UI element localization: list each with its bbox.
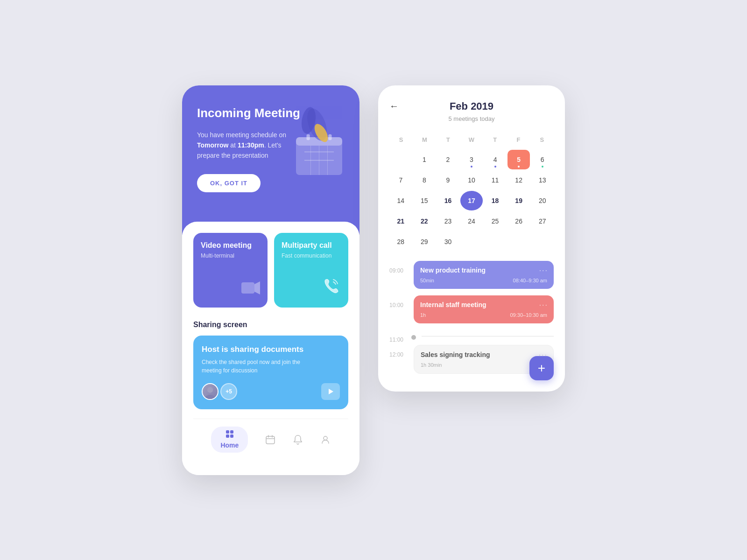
event-3-name: Sales signing tracking xyxy=(421,351,547,358)
event-1-time: 08:40–9:30 am xyxy=(513,278,547,283)
time-label-1000: 10:00 xyxy=(389,295,408,308)
profile-icon xyxy=(320,434,331,445)
multiparty-sub: Fast communication xyxy=(282,252,341,259)
cal-day-empty2 xyxy=(460,232,483,252)
phone-body: Video meeting Multi-terminal Multiparty … xyxy=(182,222,359,475)
cal-day-16[interactable]: 16 xyxy=(437,191,459,210)
desc-text1: You have meeting schedule on xyxy=(197,131,286,139)
event-new-product-training[interactable]: ··· New product training 50min 08:40–9:3… xyxy=(414,261,554,289)
multiparty-call-card[interactable]: Multiparty call Fast communication xyxy=(274,233,348,308)
calendar-grid: 1 2 3 4 5 6 7 8 9 10 11 12 13 14 15 16 1… xyxy=(389,150,554,252)
cal-day-15[interactable]: 15 xyxy=(413,191,436,210)
nav-notifications[interactable] xyxy=(293,434,303,445)
sharing-section: Sharing screen Host is sharing documents… xyxy=(193,321,348,409)
nav-profile[interactable] xyxy=(320,434,331,445)
event-2-time: 09:30–10:30 am xyxy=(510,312,547,318)
cal-day-3[interactable]: 3 xyxy=(460,150,483,169)
cal-day-2[interactable]: 2 xyxy=(437,150,459,169)
cal-day-18[interactable]: 18 xyxy=(484,191,507,210)
cal-day-29[interactable]: 29 xyxy=(413,232,436,252)
cal-day-empty3 xyxy=(484,232,507,252)
event-2-details: 1h 09:30–10:30 am xyxy=(420,312,547,318)
weekday-t1: T xyxy=(437,133,460,146)
cal-day-21[interactable]: 21 xyxy=(389,211,412,231)
event-dots-1[interactable]: ··· xyxy=(539,266,548,275)
weekday-s1: S xyxy=(389,133,413,146)
time-label-1200: 12:00 xyxy=(389,345,408,358)
cal-day-20[interactable]: 20 xyxy=(531,191,554,210)
cal-day-22[interactable]: 22 xyxy=(413,211,436,231)
event-1-name: New product training xyxy=(420,266,547,274)
nav-calendar[interactable] xyxy=(265,434,275,445)
cal-day-30[interactable]: 30 xyxy=(437,232,459,252)
home-grid-icon xyxy=(226,430,233,438)
weekday-s2: S xyxy=(530,133,554,146)
timeline-line xyxy=(422,336,554,336)
cal-day-6[interactable]: 6 xyxy=(531,150,554,169)
video-meeting-sub: Multi-terminal xyxy=(201,252,260,259)
cal-day-26[interactable]: 26 xyxy=(507,211,530,231)
nav-home[interactable]: Home xyxy=(211,427,248,453)
cal-day-4[interactable]: 4 xyxy=(484,150,507,169)
video-meeting-title: Video meeting xyxy=(201,241,260,250)
desc-time: 11:30pm xyxy=(238,141,264,149)
cal-day-8[interactable]: 8 xyxy=(413,170,436,190)
event-2-name: Internal staff meeting xyxy=(420,301,547,308)
meeting-cards: Video meeting Multi-terminal Multiparty … xyxy=(193,233,348,308)
video-icon xyxy=(201,280,260,299)
cal-day-12[interactable]: 12 xyxy=(507,170,530,190)
video-meeting-card[interactable]: Video meeting Multi-terminal xyxy=(193,233,268,308)
cal-day-9[interactable]: 9 xyxy=(437,170,459,190)
cal-day-24[interactable]: 24 xyxy=(460,211,483,231)
weekday-w: W xyxy=(460,133,483,146)
svg-point-15 xyxy=(205,395,215,400)
avatar-count: +5 xyxy=(220,383,237,400)
schedule-section: 09:00 ··· New product training 50min 08:… xyxy=(389,261,554,374)
cal-day-empty1 xyxy=(389,150,412,169)
ok-button[interactable]: OK, GOT IT xyxy=(197,174,261,192)
cal-day-27[interactable]: 27 xyxy=(531,211,554,231)
avatar-1 xyxy=(202,383,218,400)
multiparty-title: Multiparty call xyxy=(282,241,341,250)
cal-day-23[interactable]: 23 xyxy=(437,211,459,231)
cal-day-empty4 xyxy=(507,232,530,252)
event-3-details: 1h 30min 11:30– xyxy=(421,362,547,368)
svg-rect-17 xyxy=(266,436,275,444)
cal-day-10[interactable]: 10 xyxy=(460,170,483,190)
time-slot-1000: 10:00 ··· Internal staff meeting 1h 09:3… xyxy=(389,295,554,323)
sharing-section-title: Sharing screen xyxy=(193,321,348,329)
calendar-header: ← Feb 2019 xyxy=(389,100,554,112)
svg-point-21 xyxy=(324,436,327,440)
phone-header: Incoming Meeting You have meeting schedu… xyxy=(182,85,359,235)
weekday-t2: T xyxy=(483,133,507,146)
cal-day-7[interactable]: 7 xyxy=(389,170,412,190)
fab-add-button[interactable]: + xyxy=(529,356,554,380)
nav-home-label: Home xyxy=(220,441,239,449)
svg-rect-8 xyxy=(328,134,331,140)
event-1-details: 50min 08:40–9:30 am xyxy=(420,278,547,283)
cal-day-28[interactable]: 28 xyxy=(389,232,412,252)
time-label-0900: 09:00 xyxy=(389,261,408,274)
cal-day-13[interactable]: 13 xyxy=(531,170,554,190)
sharing-footer: +5 xyxy=(202,383,340,400)
play-button[interactable] xyxy=(321,383,340,400)
svg-marker-13 xyxy=(254,281,260,294)
calendar-nav-icon xyxy=(265,434,275,445)
cal-day-5[interactable]: 5 xyxy=(507,150,530,169)
event-dots-2[interactable]: ··· xyxy=(539,301,548,309)
cal-day-17[interactable]: 17 xyxy=(460,191,483,210)
time-label-1100: 11:00 xyxy=(389,330,408,343)
cal-day-19[interactable]: 19 xyxy=(507,191,530,210)
cal-day-1[interactable]: 1 xyxy=(413,150,436,169)
incoming-description: You have meeting schedule on Tomorrow at… xyxy=(197,130,290,161)
cal-day-25[interactable]: 25 xyxy=(484,211,507,231)
desc-text2: at xyxy=(228,141,237,149)
sharing-card-desc: Check the shared pool now and join the m… xyxy=(202,358,314,375)
desc-bold: Tomorrow xyxy=(197,141,228,149)
sharing-card[interactable]: Host is sharing documents Check the shar… xyxy=(193,336,348,409)
event-internal-meeting[interactable]: ··· Internal staff meeting 1h 09:30–10:3… xyxy=(414,295,554,323)
back-arrow[interactable]: ← xyxy=(389,101,399,112)
weekday-f: F xyxy=(507,133,530,146)
cal-day-14[interactable]: 14 xyxy=(389,191,412,210)
cal-day-11[interactable]: 11 xyxy=(484,170,507,190)
